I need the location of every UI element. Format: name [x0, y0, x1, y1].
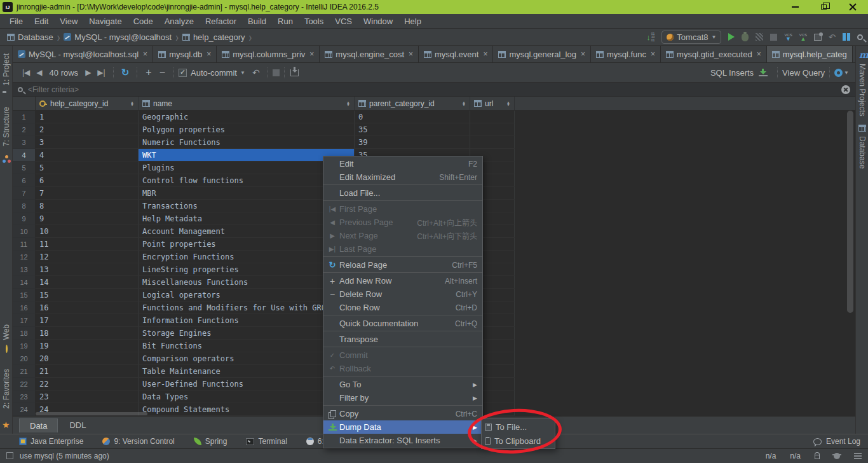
menu-item-data-extractor[interactable]: Data Extractor: SQL Inserts▶ — [323, 434, 482, 447]
menu-item-load-file[interactable]: Load File... — [323, 186, 482, 200]
submenu-item-to-file[interactable]: To File... — [482, 420, 555, 434]
stop-button[interactable] — [770, 34, 777, 41]
menu-item-quick-documentation[interactable]: Quick DocumentationCtrl+Q — [323, 317, 482, 330]
cell-help-category-id[interactable]: 8 — [36, 200, 139, 212]
add-row-icon[interactable]: + — [142, 67, 155, 78]
cell-name[interactable]: Plugins — [139, 162, 355, 174]
cell-help-category-id[interactable]: 1 — [36, 111, 139, 123]
horizontal-scrollbar[interactable] — [36, 412, 147, 415]
cell-name[interactable]: Polygon properties — [139, 123, 355, 136]
cell-name[interactable]: Compound Statements — [139, 403, 355, 416]
menu-navigate[interactable]: Navigate — [83, 17, 127, 26]
restore-button[interactable] — [810, 0, 838, 14]
row-number[interactable]: 10 — [13, 225, 36, 238]
menu-item-commit[interactable]: ✓Commit — [323, 349, 482, 362]
coverage-button[interactable] — [756, 33, 763, 41]
cell-parent-category-id[interactable]: 0 — [355, 111, 470, 123]
row-number[interactable]: 20 — [13, 352, 36, 365]
row-number[interactable]: 6 — [13, 174, 36, 187]
tab-mysql-db[interactable]: mysql.db × — [153, 46, 217, 62]
row-number[interactable]: 23 — [13, 390, 36, 403]
stop-query-icon[interactable] — [273, 69, 280, 76]
row-number[interactable]: 5 — [13, 162, 36, 174]
data-extractor-label[interactable]: SQL Inserts — [710, 68, 754, 78]
menu-item-reload-page[interactable]: ↻Reload PageCtrl+F5 — [323, 258, 482, 272]
menu-analyze[interactable]: Analyze — [159, 17, 200, 26]
page-size-label[interactable]: 40 rows — [46, 68, 83, 78]
menu-edit[interactable]: Edit — [29, 17, 54, 26]
cell-name-selected[interactable]: WKT — [139, 149, 355, 162]
row-number[interactable]: 4 — [13, 149, 36, 162]
cell-name[interactable]: Comparison operators — [139, 352, 355, 365]
menu-refactor[interactable]: Refactor — [200, 17, 242, 26]
row-number[interactable]: 18 — [13, 327, 36, 340]
toolbar-spring[interactable]: Spring — [194, 437, 227, 446]
previous-page-icon[interactable]: ◀ — [33, 68, 45, 77]
export-data-icon[interactable] — [290, 69, 299, 76]
sort-icon[interactable] — [462, 101, 466, 106]
row-number[interactable]: 11 — [13, 238, 36, 251]
cell-help-category-id[interactable]: 11 — [36, 238, 139, 251]
cell-name[interactable]: Storage Engines — [139, 327, 355, 340]
cell-help-category-id[interactable]: 15 — [36, 289, 139, 301]
toolbar-terminal[interactable]: Terminal — [246, 437, 287, 446]
vertical-scrollbar[interactable] — [847, 111, 853, 416]
menu-file[interactable]: File — [4, 17, 29, 26]
cell-help-category-id[interactable]: 20 — [36, 352, 139, 365]
menu-build[interactable]: Build — [242, 17, 272, 26]
row-number[interactable]: 8 — [13, 200, 36, 212]
toolbar-event-log[interactable]: Event Log — [813, 437, 860, 446]
close-filter-icon[interactable] — [841, 85, 850, 94]
cell-name[interactable]: Numeric Functions — [139, 136, 355, 149]
cell-help-category-id[interactable]: 19 — [36, 340, 139, 352]
cell-help-category-id[interactable]: 9 — [36, 212, 139, 225]
cell-name[interactable]: Account Management — [139, 225, 355, 238]
cell-help-category-id[interactable]: 2 — [36, 123, 139, 136]
menu-item-first-page[interactable]: |◀First Page — [323, 202, 482, 216]
close-tab-icon[interactable]: × — [581, 50, 585, 59]
tool-button-database[interactable]: Database — [858, 136, 867, 169]
close-tab-icon[interactable]: × — [483, 50, 487, 59]
menu-code[interactable]: Code — [128, 17, 159, 26]
toolbar-version-control[interactable]: 9: Version Control — [102, 437, 174, 446]
row-number[interactable]: 16 — [13, 301, 36, 314]
cell-name[interactable]: Information Functions — [139, 314, 355, 327]
menu-item-next-page[interactable]: ▶Next PageCtrl+Alt+向下箭头 — [323, 229, 482, 242]
menu-item-dump-data[interactable]: Dump Data▶ — [323, 420, 482, 434]
row-number[interactable]: 9 — [13, 212, 36, 225]
row-number[interactable]: 21 — [13, 365, 36, 378]
column-header-url[interactable]: url — [470, 97, 515, 110]
row-number[interactable]: 3 — [13, 136, 36, 149]
reload-icon[interactable]: ↻ — [118, 67, 133, 78]
close-tab-icon[interactable]: × — [757, 50, 761, 59]
menu-run[interactable]: Run — [272, 17, 299, 26]
row-number[interactable]: 22 — [13, 378, 36, 390]
cell-help-category-id[interactable]: 14 — [36, 276, 139, 289]
last-page-icon[interactable]: ▶| — [94, 68, 108, 77]
vcs-commit-button[interactable]: VCS▲ — [799, 33, 807, 41]
close-tab-icon[interactable]: × — [207, 50, 211, 59]
menu-item-edit[interactable]: EditF2 — [323, 157, 482, 170]
column-header-help-category-id[interactable]: help_category_id — [36, 97, 139, 110]
row-number[interactable]: 14 — [13, 276, 36, 289]
cell-help-category-id[interactable]: 21 — [36, 365, 139, 378]
database-toolwindow-icon[interactable] — [858, 125, 866, 132]
close-tab-icon[interactable]: × — [309, 50, 314, 59]
cell-name[interactable]: Geographic — [139, 111, 355, 123]
row-number[interactable]: 7 — [13, 187, 36, 200]
sort-icon[interactable] — [130, 101, 134, 106]
menu-item-filter-by[interactable]: Filter by▶ — [323, 391, 482, 404]
run-configuration-select[interactable]: Tomcat8 ▼ — [661, 31, 721, 44]
run-button[interactable] — [728, 33, 735, 41]
tab-mysql-general-log[interactable]: mysql.general_log × — [493, 46, 591, 62]
cell-help-category-id[interactable]: 18 — [36, 327, 139, 340]
changes-icon[interactable] — [814, 34, 822, 41]
menu-item-transpose[interactable]: Transpose — [323, 333, 482, 346]
cell-help-category-id[interactable]: 5 — [36, 162, 139, 174]
rollback-icon[interactable]: ↶ — [249, 67, 263, 78]
status-square-icon[interactable] — [6, 452, 13, 459]
cell-help-category-id[interactable]: 12 — [36, 251, 139, 263]
tool-button-web[interactable]: Web — [2, 324, 11, 340]
cell-url[interactable] — [470, 111, 515, 123]
status-message[interactable]: use mysql (5 minutes ago) — [20, 452, 109, 460]
